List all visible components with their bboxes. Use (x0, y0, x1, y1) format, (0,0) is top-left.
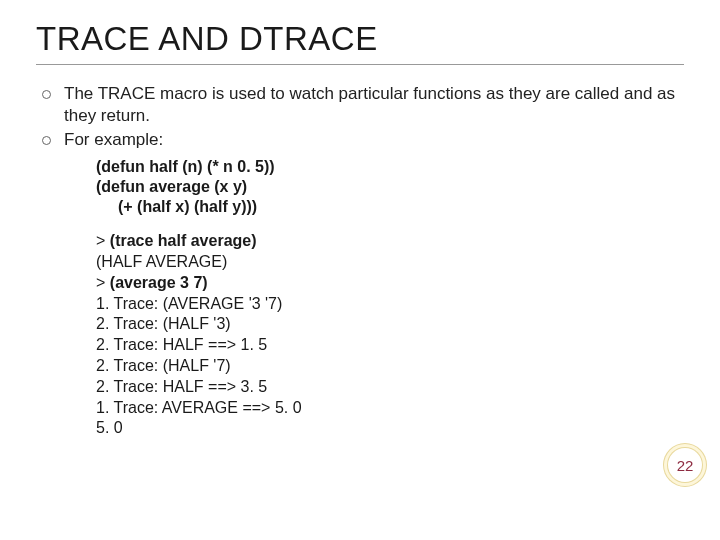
trace-line: 1. Trace: AVERAGE ==> 5. 0 (96, 398, 684, 419)
code-line: (+ (half x) (half y))) (96, 197, 684, 217)
prompt-symbol: > (96, 274, 110, 291)
page-number-value: 22 (677, 457, 694, 474)
trace-line: 2. Trace: HALF ==> 3. 5 (96, 377, 684, 398)
trace-line: 2. Trace: (HALF '3) (96, 314, 684, 335)
trace-line: (HALF AVERAGE) (96, 252, 684, 273)
prompt-symbol: > (96, 232, 110, 249)
code-line: (defun average (x y) (96, 177, 684, 197)
trace-input: (average 3 7) (110, 274, 208, 291)
code-definition-block: (defun half (n) (* n 0. 5)) (defun avera… (36, 157, 684, 217)
trace-line: 5. 0 (96, 418, 684, 439)
trace-output-block: > (trace half average) (HALF AVERAGE) > … (36, 231, 684, 439)
trace-line: 2. Trace: (HALF '7) (96, 356, 684, 377)
trace-line: 1. Trace: (AVERAGE '3 '7) (96, 294, 684, 315)
trace-line: > (average 3 7) (96, 273, 684, 294)
bullet-item: The TRACE macro is used to watch particu… (36, 83, 684, 127)
slide-content: TRACE AND DTRACE The TRACE macro is used… (0, 0, 720, 459)
code-line: (defun half (n) (* n 0. 5)) (96, 157, 684, 177)
slide-title: TRACE AND DTRACE (36, 20, 684, 65)
trace-line: > (trace half average) (96, 231, 684, 252)
page-number-badge: 22 (668, 448, 702, 482)
bullet-list: The TRACE macro is used to watch particu… (36, 83, 684, 151)
bullet-item: For example: (36, 129, 684, 151)
trace-line: 2. Trace: HALF ==> 1. 5 (96, 335, 684, 356)
trace-input: (trace half average) (110, 232, 257, 249)
